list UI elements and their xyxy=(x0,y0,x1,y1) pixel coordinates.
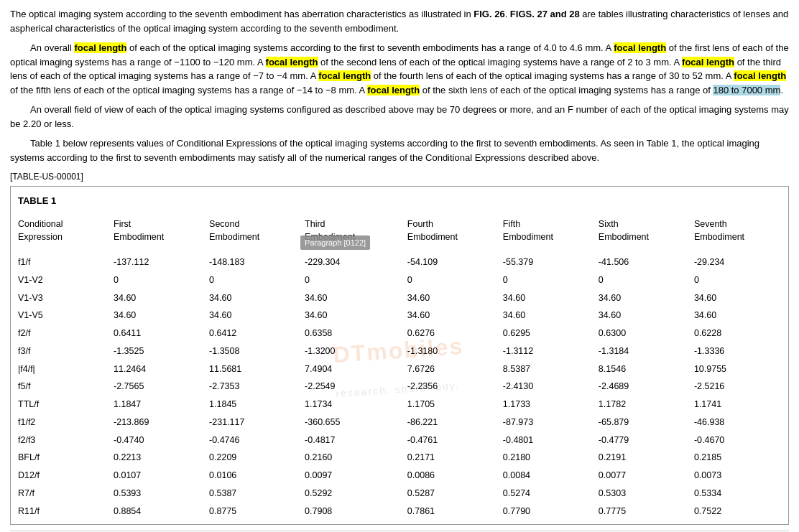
fl-highlight-6: focal length xyxy=(734,70,786,81)
table-row: |f4/f|11.246411.56817.49047.67268.53878.… xyxy=(14,360,785,378)
row-value: -46.938 xyxy=(690,414,785,431)
row-value: 0.8775 xyxy=(205,503,300,521)
table-row: D12/f0.01070.01060.00970.00860.00840.007… xyxy=(14,467,785,485)
row-value: 8.5387 xyxy=(499,360,594,378)
fl-highlight-7: focal length xyxy=(367,85,420,95)
row-label: f1/f xyxy=(14,253,109,271)
col-header-first: FirstEmbodiment xyxy=(109,215,205,247)
row-label: D12/f xyxy=(14,467,109,485)
row-value: -87.973 xyxy=(499,414,594,431)
row-value: -86.221 xyxy=(403,414,499,431)
row-label: R7/f xyxy=(14,485,109,503)
row-value: -1.3200 xyxy=(300,342,403,360)
row-value: 0.2160 xyxy=(300,449,403,467)
table1-intro: Table 1 below represents values of Condi… xyxy=(10,136,789,164)
row-label: f3/f xyxy=(14,342,109,360)
row-value: 0 xyxy=(403,271,499,289)
row-value: 34.60 xyxy=(499,307,594,325)
row-value: -0.4670 xyxy=(690,431,785,449)
row-value: 0.5292 xyxy=(300,485,403,503)
row-value: -0.4817 xyxy=(300,431,403,449)
data-table: ConditionalExpression FirstEmbodiment Se… xyxy=(14,215,785,521)
row-value: 0.6412 xyxy=(205,325,300,342)
row-value: 0 xyxy=(109,271,205,289)
table-row: TTL/f1.18471.18451.17341.17051.17331.178… xyxy=(14,396,785,414)
row-label: TTL/f xyxy=(14,396,109,414)
row-label: f2/f xyxy=(14,325,109,342)
row-label: V1-V3 xyxy=(14,289,109,307)
row-value: 0.8854 xyxy=(109,503,205,521)
table-scroll-area: ConditionalExpression FirstEmbodiment Se… xyxy=(14,215,785,521)
table-row: f2/f3-0.4740-0.4746-0.4817-0.4761-0.4801… xyxy=(14,431,785,449)
row-value: 0.6358 xyxy=(300,325,403,342)
row-value: 0.6228 xyxy=(690,325,785,342)
fl-highlight-1: focal length xyxy=(74,42,126,53)
row-value: 1.1734 xyxy=(300,396,403,414)
table-row: V1-V534.6034.6034.6034.6034.6034.6034.60 xyxy=(14,307,785,325)
row-value: 1.1741 xyxy=(690,396,785,414)
row-value: 0.0084 xyxy=(499,467,594,485)
row-value: -1.3112 xyxy=(499,342,594,360)
row-value: 0.0106 xyxy=(205,467,300,485)
col-header-sixth: SixthEmbodiment xyxy=(594,215,690,247)
paragraph-tag-badge: Paragraph [0122] xyxy=(300,235,370,251)
table-row: V1-V20000000 xyxy=(14,271,785,289)
row-value: 34.60 xyxy=(205,307,300,325)
row-value: 11.5681 xyxy=(205,360,300,378)
row-label: f2/f3 xyxy=(14,431,109,449)
table-title: TABLE 1 xyxy=(14,191,785,215)
row-value: -1.3508 xyxy=(205,342,300,360)
col-header-third: ThirdEmbodiment Paragraph [0122] xyxy=(300,215,403,247)
row-value: 34.60 xyxy=(690,289,785,307)
fl-mid5: of the fourth lens of each of the optica… xyxy=(371,70,734,81)
row-value: -65.879 xyxy=(594,414,690,431)
intro-text2: . xyxy=(505,9,510,19)
row-value: 0.5274 xyxy=(499,485,594,503)
row-label: f5/f xyxy=(14,378,109,396)
row-value: 34.60 xyxy=(403,307,499,325)
row-value: 34.60 xyxy=(594,307,690,325)
row-value: 0.0086 xyxy=(403,467,499,485)
row-value: 34.60 xyxy=(690,307,785,325)
row-label: V1-V2 xyxy=(14,271,109,289)
row-value: 1.1782 xyxy=(594,396,690,414)
row-value: 0.2191 xyxy=(594,449,690,467)
table-row: f1/f-137.112-148.183-229.304-54.109-55.3… xyxy=(14,253,785,271)
row-value: 0.5387 xyxy=(205,485,300,503)
row-value: 7.6726 xyxy=(403,360,499,378)
fl-prefix: An overall xyxy=(30,42,74,53)
row-value: 0.5287 xyxy=(403,485,499,503)
row-value: 34.60 xyxy=(205,289,300,307)
table-row: V1-V334.6034.6034.6034.6034.6034.6034.60 xyxy=(14,289,785,307)
row-value: 8.1546 xyxy=(594,360,690,378)
table-row: f2/f0.64110.64120.63580.62760.62950.6300… xyxy=(14,325,785,342)
row-label: R11/f xyxy=(14,503,109,521)
row-value: 34.60 xyxy=(300,307,403,325)
row-value: -213.869 xyxy=(109,414,205,431)
row-value: -2.5216 xyxy=(690,378,785,396)
row-value: 0 xyxy=(690,271,785,289)
row-value: -1.3336 xyxy=(690,342,785,360)
row-value: -0.4779 xyxy=(594,431,690,449)
fl-highlight-3: focal length xyxy=(266,57,318,67)
fig26-ref: FIG. 26 xyxy=(474,9,504,19)
table-label: [TABLE-US-00001] xyxy=(10,170,789,183)
row-value: -55.379 xyxy=(499,253,594,271)
row-value: 0.7522 xyxy=(690,503,785,521)
intro-paragraph: The optical imaging system according to … xyxy=(10,7,789,35)
row-value: 0.7775 xyxy=(594,503,690,521)
row-value: -2.4689 xyxy=(594,378,690,396)
row-value: 0.2171 xyxy=(403,449,499,467)
row-value: 1.1733 xyxy=(499,396,594,414)
table-container: TABLE 1 ConditionalExpression FirstEmbod… xyxy=(10,186,789,525)
row-value: -1.3184 xyxy=(594,342,690,360)
row-value: -0.4746 xyxy=(205,431,300,449)
table-row: f3/f-1.3525-1.3508-1.3200-1.3180-1.3112-… xyxy=(14,342,785,360)
row-value: 0.2180 xyxy=(499,449,594,467)
row-value: 0.2213 xyxy=(109,449,205,467)
fl-highlight-4: focal length xyxy=(682,57,734,67)
row-value: 34.60 xyxy=(300,289,403,307)
row-value: 34.60 xyxy=(499,289,594,307)
row-value: 34.60 xyxy=(109,307,205,325)
table-row: BFL/f0.22130.22090.21600.21710.21800.219… xyxy=(14,449,785,467)
